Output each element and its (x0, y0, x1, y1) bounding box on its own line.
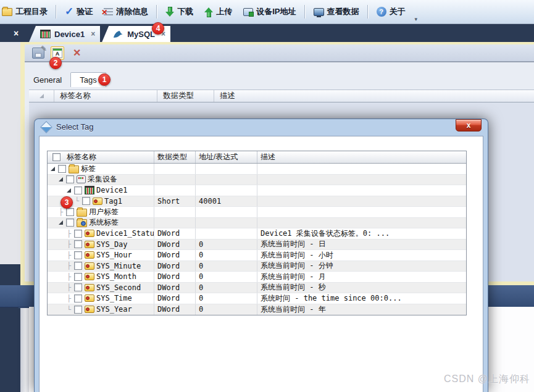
row-checkbox[interactable] (66, 219, 74, 227)
tag-row[interactable]: 标签 (48, 164, 466, 175)
toolbar-separator (156, 5, 157, 19)
tag-row[interactable]: ├SYS_MinuteDWord0系统当前时间 - 分钟 (48, 261, 466, 272)
cell-data-type: DWord (154, 304, 196, 315)
tab-label: MySQL (127, 30, 155, 39)
cell-description: 系统当前时间 - 年 (257, 304, 466, 315)
folder-icon (77, 209, 87, 217)
row-checkbox[interactable] (74, 230, 82, 238)
delete-icon[interactable]: ✕ (73, 47, 81, 59)
device-ip-icon (243, 8, 253, 16)
cell-data-type (154, 175, 196, 185)
tree-expander-icon[interactable] (59, 177, 63, 181)
tab-device1[interactable]: Device1 × (29, 26, 100, 42)
tag-name: Device1 (96, 186, 128, 194)
toolbar-separator (367, 5, 369, 19)
row-checkbox[interactable] (74, 186, 82, 194)
tag-row[interactable]: ├Device1_StatusDWordDevice1 采集设备状态标签。0: … (48, 228, 466, 240)
select-all-checkbox[interactable] (52, 153, 60, 161)
validate-button[interactable]: ✓验证 (60, 4, 98, 19)
tag-row[interactable]: 采集设备 (48, 175, 466, 186)
tag-name: Tag1 (104, 197, 122, 206)
tab-close-icon[interactable]: × (91, 30, 95, 38)
cell-address: 0 (196, 250, 257, 261)
cell-data-type: DWord (154, 250, 196, 261)
tag-row[interactable]: Device1 (48, 185, 466, 196)
project-directory-button[interactable]: 工程目录 (1, 4, 52, 19)
left-scroll-strip (20, 308, 29, 392)
device-ip-button[interactable]: 设备IP地址 (238, 4, 301, 19)
cell-data-type (154, 218, 196, 228)
row-checkbox[interactable] (74, 283, 82, 291)
toolbar-label: 清除信息 (116, 6, 148, 17)
row-checkbox[interactable] (74, 306, 82, 314)
row-checkbox[interactable] (82, 197, 90, 205)
toolbar-label: 验证 (77, 6, 93, 17)
panel-close-icon[interactable]: × (10, 28, 22, 39)
row-checkbox[interactable] (74, 262, 82, 270)
tree-expander-icon[interactable] (59, 220, 63, 225)
about-button[interactable]: ?关于 (372, 4, 411, 19)
upload-button[interactable]: 上传 (199, 4, 237, 19)
tag-row[interactable]: 系统标签 (48, 218, 466, 229)
tag-row[interactable]: ├用户标签 (48, 207, 466, 218)
cell-address: 0 (196, 304, 257, 315)
cell-description: 系统当前时间 - 日 (257, 240, 466, 250)
mysql-dolphin-icon (113, 30, 123, 38)
header-description[interactable]: 描述 (214, 90, 534, 102)
device-icon (40, 30, 51, 38)
cell-address: 0 (196, 293, 257, 304)
header-corner-cell[interactable] (29, 90, 54, 102)
cell-description: 系统当前时间 - 分钟 (257, 261, 466, 272)
row-checkbox[interactable] (74, 273, 82, 281)
dialog-titlebar[interactable]: Select Tag (42, 122, 93, 131)
header-cell-address[interactable]: 地址/表达式 (196, 151, 257, 163)
document-toolbar: A ✕ (25, 44, 534, 62)
tag-name: SYS_Second (96, 283, 141, 292)
tag-icon (85, 251, 94, 259)
tag-row[interactable]: └SYS_YearDWord0系统当前时间 - 年 (48, 304, 466, 315)
tag-icon (85, 284, 94, 291)
tag-row[interactable]: ├SYS_HourDWord0系统当前时间 - 小时 (48, 250, 466, 261)
toolbar-label: 设备IP地址 (256, 6, 296, 17)
tag-row[interactable]: ├SYS_SecondDWord0系统当前时间 - 秒 (48, 283, 466, 294)
cell-description (257, 218, 466, 228)
tag-row[interactable]: ├SYS_MonthDWord0系统当前时间 - 月 (48, 272, 466, 283)
tag-row[interactable]: ├SYS_DayDWord0系统当前时间 - 日 (48, 240, 466, 251)
download-button[interactable]: 下载 (161, 4, 198, 19)
tree-connector: ├ (65, 294, 72, 302)
cell-description (257, 196, 466, 207)
row-checkbox[interactable] (58, 165, 66, 173)
view-data-button[interactable]: 查看数据 (309, 4, 364, 19)
save-icon[interactable] (32, 48, 44, 59)
row-checkbox[interactable] (74, 294, 82, 302)
cell-address (196, 207, 257, 217)
cell-data-type (154, 185, 196, 196)
tag-icon (85, 294, 94, 302)
arrow-down-icon (165, 7, 174, 17)
check-icon: ✓ (65, 7, 73, 16)
toolbar-overflow-icon[interactable]: ▾ (415, 16, 418, 23)
row-checkbox[interactable] (66, 208, 74, 216)
cell-data-type: DWord (154, 293, 196, 304)
row-checkbox[interactable] (74, 240, 82, 248)
step-badge-2: 2 (49, 57, 62, 69)
header-tag-name[interactable]: 标签名称 (54, 90, 157, 102)
dialog-close-button[interactable]: x (456, 119, 482, 131)
row-checkbox[interactable] (74, 251, 82, 259)
step-badge-1: 1 (98, 73, 111, 86)
tag-row[interactable]: ├SYS_TimeDWord0系统时间 - the time since 00:… (48, 293, 466, 304)
cell-data-type (154, 207, 196, 217)
header-cell-type[interactable]: 数据类型 (154, 151, 196, 163)
header-data-type[interactable]: 数据类型 (157, 90, 214, 102)
tag-row[interactable]: └Tag1Short40001 (48, 196, 466, 207)
header-cell-desc[interactable]: 描述 (257, 151, 466, 163)
tree-expander-icon[interactable] (67, 188, 71, 193)
tree-expander-icon[interactable] (51, 167, 55, 171)
cell-data-type: DWord (154, 283, 196, 293)
clear-info-button[interactable]: 清除信息 (99, 4, 153, 19)
folder-icon (2, 8, 12, 16)
header-cell-name[interactable]: 标签名称 (48, 151, 154, 163)
tag-icon (85, 262, 94, 270)
tab-general[interactable]: General (25, 73, 70, 87)
row-checkbox[interactable] (66, 175, 74, 183)
